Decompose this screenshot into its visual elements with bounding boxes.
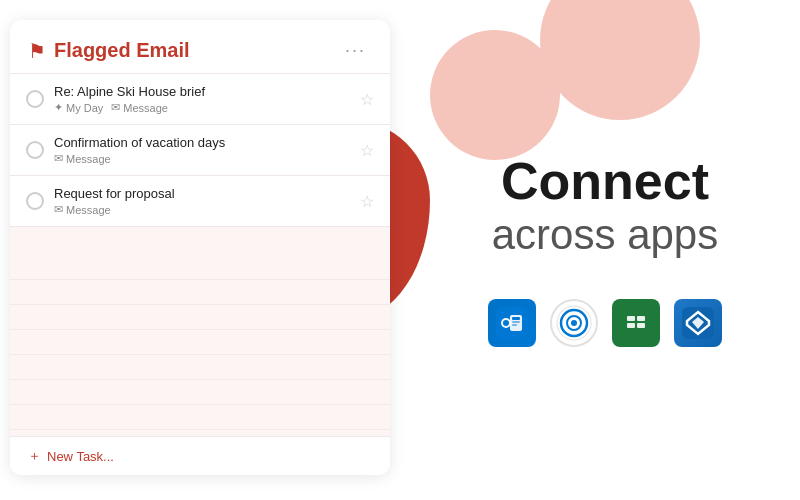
svg-rect-4 (512, 324, 517, 326)
star-button[interactable]: ☆ (360, 141, 374, 160)
flagged-email-card: ⚑ Flagged Email ··· Re: Alpine Ski House… (10, 20, 390, 475)
new-task-label: New Task... (47, 449, 114, 464)
task-meta-item: ✉Message (54, 152, 111, 165)
task-meta-label: Message (123, 102, 168, 114)
task-meta-label: Message (66, 204, 111, 216)
task-title: Request for proposal (54, 186, 350, 201)
task-item[interactable]: Request for proposal✉Message☆ (10, 176, 390, 227)
task-meta-item: ✉Message (54, 203, 111, 216)
task-item[interactable]: Confirmation of vacation days✉Message☆ (10, 125, 390, 176)
task-meta: ✦My Day✉Message (54, 101, 350, 114)
task-meta-item: ✦My Day (54, 101, 103, 114)
connect-headline: Connect across apps (492, 153, 718, 258)
svg-rect-13 (637, 316, 645, 321)
cortana-icon (550, 299, 598, 347)
mail-icon: ✉ (111, 101, 120, 114)
connect-text: Connect (492, 153, 718, 210)
across-apps-text: across apps (492, 211, 718, 259)
task-title: Confirmation of vacation days (54, 135, 350, 150)
task-title: Re: Alpine Ski House brief (54, 84, 350, 99)
plus-icon: ＋ (28, 447, 41, 465)
task-checkbox[interactable] (26, 141, 44, 159)
azure-devops-icon (674, 299, 722, 347)
task-checkbox[interactable] (26, 90, 44, 108)
star-button[interactable]: ☆ (360, 192, 374, 211)
svg-rect-12 (627, 316, 635, 321)
card-footer: ＋ New Task... (10, 436, 390, 475)
flag-icon: ⚑ (28, 39, 46, 63)
star-button[interactable]: ☆ (360, 90, 374, 109)
svg-rect-2 (512, 317, 520, 320)
task-meta-label: My Day (66, 102, 103, 114)
task-meta: ✉Message (54, 152, 350, 165)
more-options-button[interactable]: ··· (339, 38, 372, 63)
task-content: Request for proposal✉Message (54, 186, 350, 216)
svg-point-10 (571, 320, 577, 326)
mail-icon: ✉ (54, 152, 63, 165)
task-meta-item: ✉Message (111, 101, 168, 114)
svg-rect-3 (512, 321, 520, 323)
task-content: Confirmation of vacation days✉Message (54, 135, 350, 165)
card-header: ⚑ Flagged Email ··· (10, 20, 390, 74)
card-title-group: ⚑ Flagged Email (28, 39, 190, 63)
svg-rect-15 (637, 323, 645, 328)
new-task-button[interactable]: ＋ New Task... (28, 447, 114, 465)
sun-icon: ✦ (54, 101, 63, 114)
card-title: Flagged Email (54, 39, 190, 62)
task-meta-label: Message (66, 153, 111, 165)
task-checkbox[interactable] (26, 192, 44, 210)
planner-icon (612, 299, 660, 347)
task-list: Re: Alpine Ski House brief✦My Day✉Messag… (10, 74, 390, 255)
task-content: Re: Alpine Ski House brief✦My Day✉Messag… (54, 84, 350, 114)
right-panel: Connect across apps (410, 0, 800, 500)
svg-rect-11 (620, 307, 652, 339)
card-lines-area (10, 255, 390, 436)
app-icons-row (488, 299, 722, 347)
task-meta: ✉Message (54, 203, 350, 216)
svg-point-6 (503, 320, 509, 326)
mail-icon: ✉ (54, 203, 63, 216)
svg-rect-14 (627, 323, 635, 328)
task-item[interactable]: Re: Alpine Ski House brief✦My Day✉Messag… (10, 74, 390, 125)
outlook-icon (488, 299, 536, 347)
